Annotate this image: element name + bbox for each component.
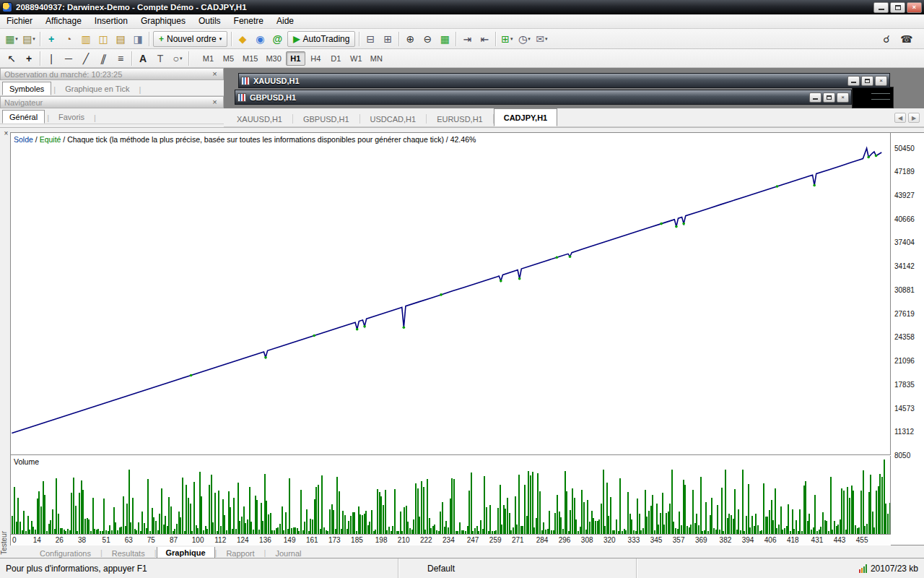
cursor-icon[interactable]: ↖	[3, 51, 20, 66]
search-icon[interactable]: ☌	[878, 31, 895, 47]
tab-favoris[interactable]: Favoris	[51, 110, 92, 124]
tab-g-n-ral[interactable]: Général	[2, 110, 45, 124]
menu-outils[interactable]: Outils	[192, 16, 227, 26]
mdi-window-xauusd-h1[interactable]: XAUUSD,H1×	[238, 73, 890, 88]
autotrading-button[interactable]: ▶AutoTrading	[287, 31, 355, 47]
scripts-icon[interactable]: @	[269, 31, 286, 47]
zoom-in-icon[interactable]: ⊕	[401, 31, 419, 47]
navigator-header[interactable]: Navigateur ×	[0, 96, 224, 108]
mdi-minimize-button[interactable]	[809, 92, 821, 103]
timeframe-h4[interactable]: H4	[306, 51, 326, 66]
mail-icon[interactable]: ✉▾	[533, 31, 550, 47]
balance-equity-plot[interactable]: Solde / Equité / Chaque tick (la méthode…	[11, 133, 891, 455]
timeframe-w1[interactable]: W1	[346, 51, 366, 66]
chart-tab-eurusd-h1[interactable]: EURUSD,H1	[427, 111, 493, 126]
support-phone-icon[interactable]: ☎	[898, 31, 915, 47]
volume-bar	[103, 499, 105, 534]
menu-fenetre[interactable]: Fenetre	[227, 16, 270, 26]
timeframe-mn[interactable]: MN	[367, 51, 386, 66]
navigator-icon[interactable]: ▤	[112, 31, 129, 47]
dropdown-caret-icon: ▾	[510, 36, 513, 42]
data-window-icon[interactable]: ◫	[95, 31, 112, 47]
add-indicator-icon[interactable]: ⊞▾	[498, 31, 515, 47]
x-axis-label: 247	[467, 536, 479, 544]
menu-graphiques[interactable]: Graphiques	[134, 16, 192, 26]
navigator-close-icon[interactable]: ×	[210, 98, 219, 106]
periods-icon[interactable]: ◷▾	[515, 31, 533, 47]
menu-insertion[interactable]: Insertion	[88, 16, 134, 26]
timeframe-m5[interactable]: M5	[219, 51, 238, 66]
market-watch-close-icon[interactable]: ×	[210, 70, 219, 78]
shapes-icon[interactable]: ○▾	[169, 51, 186, 66]
mdi-restore-button[interactable]	[861, 76, 873, 86]
plot-header-segment: Solde	[14, 135, 33, 144]
mdi-close-button[interactable]: ×	[875, 76, 887, 86]
mdi-restore-button[interactable]	[823, 92, 835, 103]
toolbar-separator	[188, 51, 189, 66]
tab-graphique-en-tick[interactable]: Graphique en Tick	[58, 82, 136, 95]
channel-icon[interactable]: ∥	[95, 51, 112, 66]
trendline-icon[interactable]: ╱	[77, 51, 95, 66]
volume-bar	[486, 507, 487, 534]
x-axis-label: 136	[259, 536, 271, 544]
minimize-button[interactable]	[873, 2, 889, 13]
horizontal-line-icon[interactable]: ─	[60, 51, 77, 66]
close-button[interactable]: ×	[907, 2, 922, 13]
plot-header-segment: /	[33, 135, 40, 144]
volume-plot[interactable]: Volume	[11, 456, 891, 535]
chart-tab-bar: XAUUSD,H1GBPUSD,H1USDCAD,H1EURUSD,H1CADJ…	[224, 108, 924, 127]
vertical-line-icon[interactable]: |	[43, 51, 60, 66]
fibonacci-icon[interactable]: ≡	[112, 51, 129, 66]
mdi-minimize-button[interactable]	[847, 76, 860, 86]
volume-bar	[814, 495, 816, 534]
volume-bar	[603, 470, 604, 534]
restore-button[interactable]	[890, 2, 905, 13]
new-chart-icon[interactable]: ▦▾	[3, 31, 20, 47]
tester-close-icon[interactable]: ×	[2, 129, 10, 137]
timeframe-d1[interactable]: D1	[326, 51, 346, 66]
market-watch-icon[interactable]: ▥	[77, 31, 95, 47]
timeframe-m30[interactable]: M30	[262, 51, 284, 66]
market-watch-header[interactable]: Observation du marché: 10:23:25 ×	[0, 68, 224, 80]
x-axis-label: 271	[512, 536, 524, 544]
chart-tab-xauusd-h1[interactable]: XAUUSD,H1	[227, 111, 292, 126]
maximize-chart-icon[interactable]: ▦	[436, 31, 453, 47]
text-icon[interactable]: A	[134, 51, 152, 66]
tabs-scroll-left-icon[interactable]: ◀	[894, 113, 906, 123]
tabs-scroll-right-icon[interactable]: ▶	[908, 113, 920, 123]
metaeditor-icon[interactable]: ◆	[234, 31, 251, 47]
menu-fichier[interactable]: Fichier	[0, 16, 39, 26]
compass-icon[interactable]: ◔	[60, 31, 77, 47]
auto-scroll-icon[interactable]: ⇤	[476, 31, 493, 47]
new-order-button[interactable]: +Nouvel ordre▾	[153, 31, 227, 47]
y-axis-label: 24358	[894, 333, 915, 341]
tile-vertical-icon[interactable]: ⊞	[379, 31, 396, 47]
chart-icon	[237, 93, 246, 102]
terminal-icon[interactable]: ◨	[129, 31, 147, 47]
timeframe-m1[interactable]: M1	[199, 51, 218, 66]
community-icon[interactable]: ◉	[251, 31, 269, 47]
volume-bar	[705, 502, 707, 534]
crosshair-tool-icon[interactable]: +	[20, 51, 38, 66]
tab-symboles[interactable]: Symboles	[2, 82, 51, 95]
mdi-window-gbpusd-h1[interactable]: GBPUSD,H1×	[235, 90, 852, 105]
chart-shift-icon[interactable]: ⇥	[458, 31, 476, 47]
chart-tab-cadjpy-h1[interactable]: CADJPY,H1	[494, 108, 558, 126]
x-axis-label: 382	[720, 536, 732, 544]
chart-tab-gbpusd-h1[interactable]: GBPUSD,H1	[293, 111, 359, 126]
label-icon[interactable]: T	[152, 51, 169, 66]
menu-affichage[interactable]: Affichage	[39, 16, 88, 26]
crosshair-icon[interactable]: +	[43, 31, 60, 47]
chart-tab-usdcad-h1[interactable]: USDCAD,H1	[360, 111, 427, 126]
timeframe-h1[interactable]: H1	[286, 51, 305, 66]
profiles-icon[interactable]: ▤▾	[20, 31, 38, 47]
status-profile[interactable]: Default	[398, 558, 637, 578]
x-axis-label: 234	[443, 536, 455, 544]
tile-horizontal-icon[interactable]: ⊟	[362, 31, 379, 47]
menu-aide[interactable]: Aide	[270, 16, 300, 26]
x-axis-label: 431	[811, 536, 824, 544]
y-axis-label: 11312	[894, 428, 914, 436]
mdi-close-button[interactable]: ×	[837, 92, 849, 103]
zoom-out-icon[interactable]: ⊖	[419, 31, 436, 47]
timeframe-m15[interactable]: M15	[239, 51, 261, 66]
